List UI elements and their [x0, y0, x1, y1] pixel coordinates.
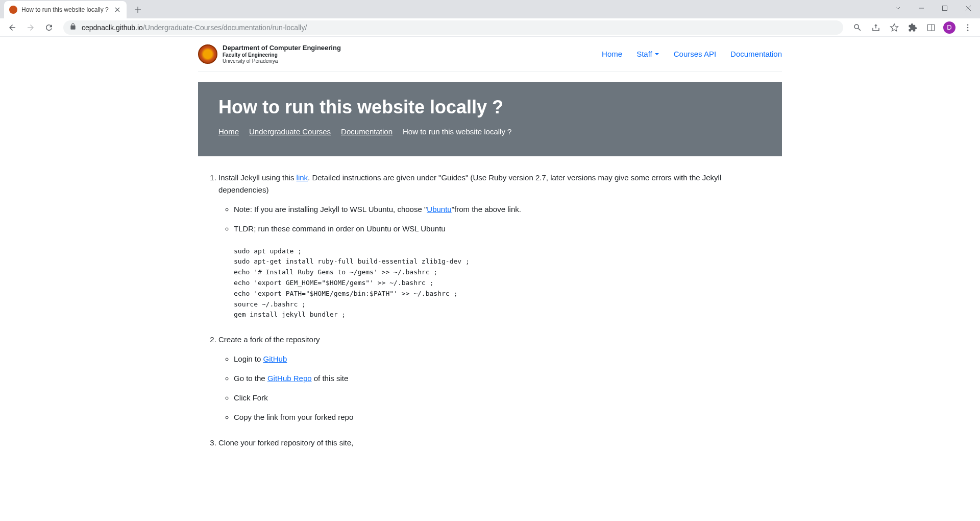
url-host: cepdnaclk.github.io: [82, 23, 143, 32]
step1-note: Note: If you are installing Jekyll to WS…: [234, 203, 772, 216]
ubuntu-link[interactable]: Ubuntu: [427, 205, 451, 214]
logo-text: Department of Computer Engineering Facul…: [223, 44, 341, 64]
breadcrumb-current: How to run this website locally ?: [403, 127, 511, 136]
caret-down-icon: [654, 52, 659, 57]
url-path: /Undergraduate-Courses/documentation/run…: [143, 23, 307, 32]
window-controls: [886, 0, 980, 16]
step2-b-post: of this site: [312, 374, 349, 383]
logo-icon: [198, 44, 217, 64]
github-link[interactable]: GitHub: [263, 354, 287, 363]
bookmark-icon[interactable]: [886, 19, 902, 36]
toolbar-right: D: [849, 19, 976, 36]
step-2: Create a fork of the repository Login to…: [218, 334, 772, 423]
window-minimize-button[interactable]: [910, 0, 933, 16]
step1-sublist: Note: If you are installing Jekyll to WS…: [218, 203, 772, 321]
breadcrumb-undergrad[interactable]: Undergraduate Courses: [249, 127, 331, 136]
favicon-icon: [9, 6, 17, 14]
breadcrumb: Home Undergraduate Courses Documentation…: [218, 127, 762, 136]
logo-block[interactable]: Department of Computer Engineering Facul…: [198, 44, 341, 64]
logo-subtitle2: University of Peradeniya: [223, 58, 341, 64]
menu-button[interactable]: [960, 19, 976, 36]
nav-staff-label: Staff: [636, 50, 652, 58]
steps-list: Install Jekyll using this link. Detailed…: [208, 172, 772, 449]
github-repo-link[interactable]: GitHub Repo: [267, 374, 312, 383]
step1-note-post: "from the above link.: [452, 205, 521, 214]
tab-bar: How to run this website locally ?: [0, 0, 980, 18]
page-title: How to run this website locally ?: [218, 97, 762, 118]
svg-rect-1: [943, 6, 947, 11]
svg-rect-8: [927, 25, 935, 31]
page-container: Department of Computer Engineering Facul…: [198, 37, 782, 483]
logo-subtitle1: Faculty of Engineering: [223, 52, 341, 58]
step2-b-pre: Go to the: [234, 374, 267, 383]
code-block: sudo apt update ; sudo apt-get install r…: [234, 246, 772, 321]
svg-point-12: [967, 29, 969, 31]
window-close-button[interactable]: [957, 0, 980, 16]
profile-badge: D: [943, 21, 955, 34]
window-maximize-button[interactable]: [933, 0, 957, 16]
jekyll-link[interactable]: link: [297, 173, 308, 182]
svg-point-10: [967, 24, 969, 26]
step1-note-pre: Note: If you are installing Jekyll to WS…: [234, 205, 427, 214]
hero: How to run this website locally ? Home U…: [198, 82, 782, 156]
nav-courses-api[interactable]: Courses API: [674, 50, 716, 58]
step2-a-pre: Login to: [234, 354, 263, 363]
page-viewport[interactable]: Department of Computer Engineering Facul…: [0, 37, 980, 521]
browser-chrome: How to run this website locally ? cepdna…: [0, 0, 980, 37]
forward-button[interactable]: [22, 19, 39, 36]
step-3: Clone your forked repository of this sit…: [218, 437, 772, 449]
nav-home[interactable]: Home: [602, 50, 622, 58]
nav-links: Home Staff Courses API Documentation: [602, 50, 782, 58]
step2-text: Create a fork of the repository: [218, 335, 320, 344]
new-tab-button[interactable]: [131, 3, 145, 17]
address-bar-row: cepdnaclk.github.io/Undergraduate-Course…: [0, 18, 980, 37]
step-1: Install Jekyll using this link. Detailed…: [218, 172, 772, 321]
site-header: Department of Computer Engineering Facul…: [198, 37, 782, 72]
nav-documentation[interactable]: Documentation: [730, 50, 782, 58]
breadcrumb-doc[interactable]: Documentation: [341, 127, 393, 136]
content: Install Jekyll using this link. Detailed…: [198, 156, 782, 449]
step1-tldr-text: TLDR; run these command in order on Ubun…: [234, 224, 446, 233]
step2-fork: Click Fork: [234, 392, 772, 404]
lock-icon: [69, 23, 77, 32]
tab-title: How to run this website locally ?: [21, 6, 109, 13]
step2-copy: Copy the link from your forked repo: [234, 411, 772, 423]
breadcrumb-home[interactable]: Home: [218, 127, 239, 136]
tab-close-button[interactable]: [113, 6, 121, 14]
step1-tldr: TLDR; run these command in order on Ubun…: [234, 223, 772, 321]
logo-title: Department of Computer Engineering: [223, 44, 341, 52]
nav-staff[interactable]: Staff: [636, 50, 659, 58]
extensions-icon[interactable]: [904, 19, 921, 36]
address-bar[interactable]: cepdnaclk.github.io/Undergraduate-Course…: [63, 20, 843, 35]
step1-text-pre: Install Jekyll using this: [218, 173, 297, 182]
zoom-icon[interactable]: [849, 19, 866, 36]
svg-point-11: [967, 27, 969, 28]
reload-button[interactable]: [41, 19, 57, 36]
share-icon[interactable]: [868, 19, 884, 36]
step3-text: Clone your forked repository of this sit…: [218, 438, 353, 447]
step2-login: Login to GitHub: [234, 353, 772, 365]
step2-sublist: Login to GitHub Go to the GitHub Repo of…: [218, 353, 772, 423]
browser-tab[interactable]: How to run this website locally ?: [4, 1, 127, 18]
step2-goto: Go to the GitHub Repo of this site: [234, 372, 772, 385]
back-button[interactable]: [4, 19, 20, 36]
side-panel-icon[interactable]: [923, 19, 939, 36]
profile-button[interactable]: D: [941, 19, 958, 36]
window-minimize-dropdown-icon[interactable]: [886, 0, 910, 16]
